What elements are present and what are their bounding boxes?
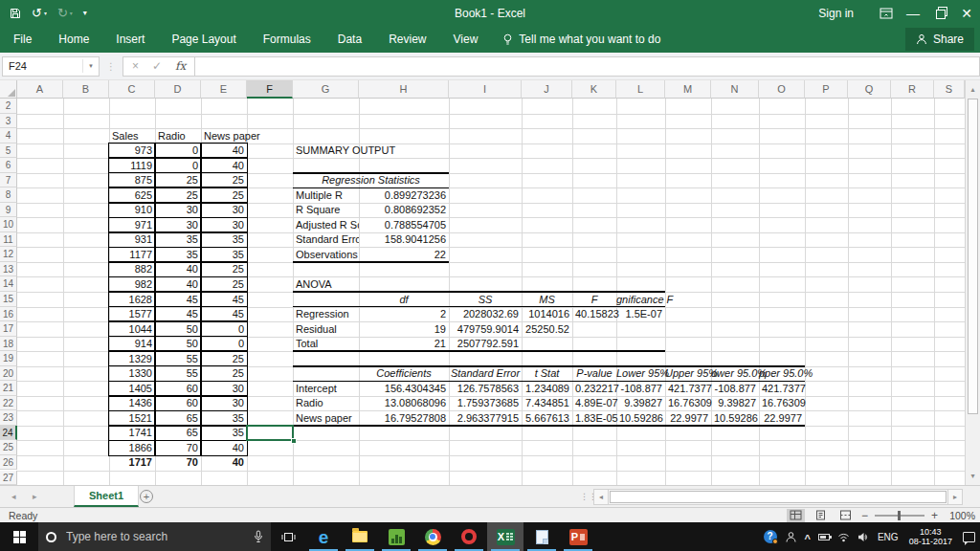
normal-view-button[interactable] [787,509,805,522]
previous-sheet-icon[interactable]: ◂ [11,492,16,501]
row-header-21[interactable]: 21 [0,381,17,396]
ribbon-tab-page-layout[interactable]: Page Layout [158,26,249,53]
cell-C4[interactable]: Sales [109,129,155,144]
cell-D10[interactable]: 30 [155,218,201,233]
cell-J20[interactable]: t Stat [522,366,572,382]
column-header-P[interactable]: P [805,80,848,99]
cell-G18[interactable]: Total [293,337,359,352]
cell-K22[interactable]: 4.89E-07 [572,396,616,411]
column-header-B[interactable]: B [63,80,109,99]
cell-E21[interactable]: 30 [201,382,247,397]
cell-D19[interactable]: 55 [155,352,201,367]
cell-E18[interactable]: 0 [201,337,247,352]
cell-N21[interactable]: -108.877 [711,382,759,397]
cell-C20[interactable]: 1330 [109,366,155,382]
column-header-S[interactable]: S [934,80,965,99]
column-header-O[interactable]: O [759,80,805,99]
row-header-13[interactable]: 13 [0,262,17,277]
cell-C23[interactable]: 1521 [109,411,155,427]
cell-D9[interactable]: 30 [155,203,201,218]
cell-C14[interactable]: 982 [109,277,155,293]
cell-L15[interactable]: gnificance F [616,293,665,308]
taskbar-search-box[interactable] [38,522,271,551]
cell-D4[interactable]: Radio [155,129,201,144]
column-header-A[interactable]: A [17,80,63,99]
cell-C13[interactable]: 882 [109,262,155,277]
cell-C7[interactable]: 875 [109,173,155,188]
insert-function-button[interactable]: fx [175,59,186,73]
taskbar-search-input[interactable] [64,529,246,544]
column-header-Q[interactable]: Q [848,80,891,99]
cell-I17[interactable]: 479759.9014 [449,322,522,338]
row-header-18[interactable]: 18 [0,337,17,352]
taskbar-file-explorer-button[interactable] [342,522,378,551]
cell-G11[interactable]: Standard Erro [293,232,359,248]
cell-H12[interactable]: 22 [359,248,449,263]
sheet-tab-sheet1[interactable]: Sheet1 [74,486,139,507]
zoom-in-button[interactable]: + [931,510,938,521]
customize-qat-button[interactable]: ▾ [83,10,87,17]
column-header-H[interactable]: H [359,80,449,99]
cell-E22[interactable]: 30 [201,396,247,411]
row-header-15[interactable]: 15 [0,292,17,307]
cell-D13[interactable]: 40 [155,262,201,277]
sign-in-button[interactable]: Sign in [818,7,854,20]
row-header-16[interactable]: 16 [0,307,17,322]
scroll-right-icon[interactable]: ▸ [947,489,963,505]
language-indicator[interactable]: ENG [878,532,899,542]
row-header-5[interactable]: 5 [0,143,17,159]
cell-C12[interactable]: 1177 [109,248,155,263]
wifi-icon[interactable] [837,532,850,542]
name-box-dropdown-icon[interactable]: ▼ [82,59,99,73]
zoom-out-button[interactable]: − [861,510,868,521]
action-center-icon[interactable] [963,532,975,542]
row-header-17[interactable]: 17 [0,321,17,337]
cell-L23[interactable]: 10.59286 [616,411,665,427]
page-layout-view-button[interactable] [812,509,830,522]
cell-G14[interactable]: ANOVA [293,277,359,293]
column-header-N[interactable]: N [711,80,759,99]
ribbon-tab-data[interactable]: Data [324,26,375,53]
cell-D17[interactable]: 50 [155,322,201,338]
ribbon-tab-file[interactable]: File [0,26,45,53]
taskbar-opera-button[interactable] [451,522,487,551]
volume-icon[interactable] [858,532,870,542]
cell-D5[interactable]: 0 [155,143,201,159]
cell-L21[interactable]: -108.877 [616,382,665,397]
cell-J21[interactable]: 1.234089 [522,382,572,397]
cell-C5[interactable]: 973 [109,143,155,159]
cell-E6[interactable]: 40 [201,159,247,174]
help-tray-icon[interactable]: ? [764,530,777,543]
cell-I22[interactable]: 1.759373685 [449,396,522,411]
cell-G23[interactable]: News paper [293,411,359,427]
cell-E8[interactable]: 25 [201,188,247,204]
cell-E26[interactable]: 40 [201,455,247,471]
cell-E23[interactable]: 35 [201,411,247,427]
cell-G21[interactable]: Intercept [293,382,359,397]
cell-H22[interactable]: 13.08068096 [359,396,449,411]
cell-D22[interactable]: 60 [155,396,201,411]
cell-H10[interactable]: 0.788554705 [359,218,449,233]
undo-dropdown-icon[interactable]: ▾ [44,11,47,16]
cell-E25[interactable]: 40 [201,441,247,456]
cell-C22[interactable]: 1436 [109,396,155,411]
column-header-C[interactable]: C [109,80,155,99]
cell-C24[interactable]: 1741 [109,426,155,441]
row-header-6[interactable]: 6 [0,158,17,173]
taskbar-notepad-button[interactable] [523,522,560,551]
row-header-2[interactable]: 2 [0,99,17,114]
cell-D24[interactable]: 65 [155,426,201,441]
column-header-K[interactable]: K [572,80,616,99]
cell-K15[interactable]: F [572,293,616,308]
cell-E15[interactable]: 45 [201,293,247,308]
cell-L20[interactable]: Lower 95% [616,366,665,382]
battery-icon[interactable] [818,534,830,540]
taskbar-clock[interactable]: 10:43 08-11-2017 [909,527,952,547]
row-header-14[interactable]: 14 [0,276,17,292]
cell-H17[interactable]: 19 [359,322,449,338]
taskbar-powerpoint-button[interactable]: P [560,522,596,551]
ribbon-tab-view[interactable]: View [440,26,492,53]
microphone-icon[interactable] [254,530,263,543]
taskbar-edge-button[interactable]: e [305,522,342,551]
fill-handle[interactable] [291,438,297,444]
